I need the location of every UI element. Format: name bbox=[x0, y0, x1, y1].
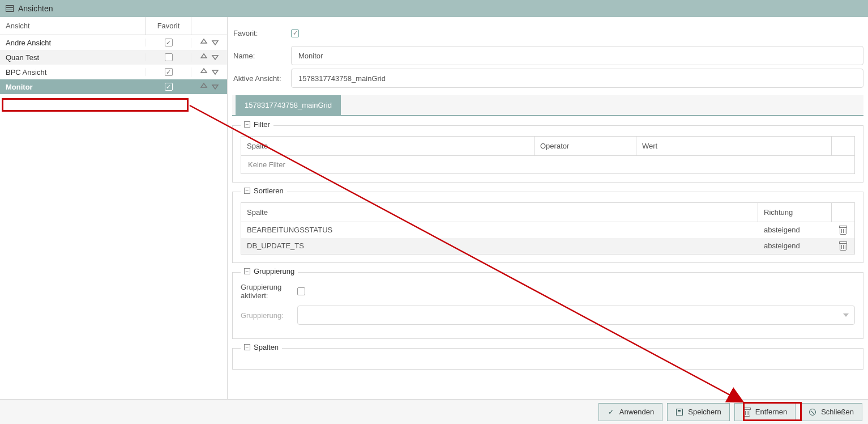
name-input[interactable] bbox=[291, 46, 863, 65]
group-field-label: Gruppierung: bbox=[241, 311, 297, 320]
columns-legend[interactable]: − Spalten bbox=[241, 343, 282, 351]
move-down-icon[interactable] bbox=[211, 38, 219, 48]
apply-button[interactable]: Anwenden bbox=[598, 403, 662, 421]
delete-icon[interactable] bbox=[839, 241, 847, 251]
collapse-icon: − bbox=[244, 121, 250, 128]
filter-table: Spalte Operator Wert Keine Filter bbox=[241, 136, 855, 174]
view-row[interactable]: Quan Test bbox=[0, 50, 227, 65]
tab-bar: 1578317743758_mainGrid bbox=[232, 95, 863, 116]
group-dropdown[interactable] bbox=[297, 306, 855, 325]
group-legend-text: Gruppierung bbox=[254, 267, 294, 275]
sort-table: Spalte Richtung BEARBEITUNGSSTATUS abste… bbox=[241, 202, 855, 255]
group-active-checkbox[interactable] bbox=[297, 287, 305, 295]
view-list-body: Andre Ansicht Quan Test bbox=[0, 35, 227, 94]
filter-header-op: Operator bbox=[535, 137, 636, 155]
columns-section: − Spalten bbox=[232, 348, 863, 370]
move-up-icon[interactable] bbox=[200, 53, 208, 62]
group-field-row: Gruppierung: bbox=[241, 306, 855, 325]
sort-dir: absteigend bbox=[758, 238, 832, 254]
filter-legend[interactable]: − Filter bbox=[241, 120, 273, 129]
sort-header-actions bbox=[832, 203, 854, 222]
save-button[interactable]: Speichern bbox=[667, 403, 730, 421]
save-icon bbox=[675, 408, 683, 416]
group-section: − Gruppierung Gruppierung aktiviert: Gru… bbox=[232, 272, 863, 339]
view-name: Monitor bbox=[0, 83, 146, 91]
header-name: Ansicht bbox=[0, 17, 146, 35]
sort-row: BEARBEITUNGSSTATUS absteigend bbox=[241, 222, 854, 238]
remove-button[interactable]: Entfernen bbox=[734, 403, 796, 421]
close-label: Schließen bbox=[821, 408, 854, 416]
filter-header-col: Spalte bbox=[241, 137, 535, 155]
fav-checkbox[interactable] bbox=[165, 68, 173, 76]
columns-legend-text: Spalten bbox=[254, 343, 279, 351]
fav-checkbox[interactable] bbox=[165, 53, 173, 61]
filter-section: − Filter Spalte Operator Wert Keine Filt… bbox=[232, 125, 863, 183]
active-view-field bbox=[291, 69, 863, 88]
sort-header-col: Spalte bbox=[241, 203, 758, 222]
view-list-header: Ansicht Favorit bbox=[0, 17, 227, 35]
collapse-icon: − bbox=[244, 344, 250, 350]
move-down-icon[interactable] bbox=[211, 82, 219, 92]
sort-legend-text: Sortieren bbox=[254, 186, 284, 195]
filter-header-val: Wert bbox=[636, 137, 832, 155]
filter-legend-text: Filter bbox=[254, 120, 270, 129]
trash-icon bbox=[743, 408, 751, 416]
header-fav: Favorit bbox=[146, 17, 191, 35]
view-row[interactable]: BPC Ansicht bbox=[0, 65, 227, 79]
collapse-icon: − bbox=[244, 268, 250, 274]
move-down-icon[interactable] bbox=[211, 67, 219, 77]
fav-label: Favorit: bbox=[232, 29, 291, 37]
save-label: Speichern bbox=[688, 408, 721, 416]
active-row: Aktive Ansicht: bbox=[232, 67, 863, 90]
group-active-row: Gruppierung aktiviert: bbox=[241, 283, 855, 300]
view-name: Quan Test bbox=[0, 53, 146, 62]
view-list-panel: Ansicht Favorit Andre Ansicht bbox=[0, 17, 228, 399]
move-up-icon[interactable] bbox=[200, 67, 208, 77]
check-icon bbox=[607, 408, 615, 416]
view-name: BPC Ansicht bbox=[0, 68, 146, 77]
sort-header-dir: Richtung bbox=[758, 203, 832, 222]
move-up-icon[interactable] bbox=[200, 38, 208, 48]
active-label: Aktive Ansicht: bbox=[232, 74, 291, 83]
group-active-label: Gruppierung aktiviert: bbox=[241, 283, 297, 300]
name-row: Name: bbox=[232, 44, 863, 67]
titlebar: Ansichten bbox=[0, 0, 868, 17]
sort-section: − Sortieren Spalte Richtung BEARBEITUNGS… bbox=[232, 192, 863, 263]
group-legend[interactable]: − Gruppierung bbox=[241, 267, 298, 275]
sort-dir: absteigend bbox=[758, 222, 832, 238]
detail-panel[interactable]: Favorit: Name: Aktive Ansicht: 157831774… bbox=[228, 17, 868, 399]
main-split: Ansicht Favorit Andre Ansicht bbox=[0, 17, 868, 399]
filter-empty-row: Keine Filter bbox=[241, 156, 854, 173]
window-title: Ansichten bbox=[18, 4, 53, 13]
sort-legend[interactable]: − Sortieren bbox=[241, 186, 287, 195]
sort-row: DB_UPDATE_TS absteigend bbox=[241, 238, 854, 254]
remove-label: Entfernen bbox=[755, 408, 787, 416]
fav-checkbox[interactable] bbox=[165, 83, 173, 91]
view-row[interactable]: Andre Ansicht bbox=[0, 35, 227, 50]
tab-maingrid[interactable]: 1578317743758_mainGrid bbox=[236, 95, 341, 115]
filter-header-actions bbox=[832, 137, 854, 155]
collapse-icon: − bbox=[244, 188, 250, 194]
footer: Anwenden Speichern Entfernen Schließen bbox=[0, 399, 868, 424]
views-icon bbox=[6, 5, 14, 12]
app-window: Ansichten Ansicht Favorit Andre Ansicht bbox=[0, 0, 868, 424]
apply-label: Anwenden bbox=[619, 408, 654, 416]
cancel-icon bbox=[809, 408, 816, 416]
view-row-selected[interactable]: Monitor bbox=[0, 79, 227, 94]
delete-icon[interactable] bbox=[839, 226, 847, 235]
close-button[interactable]: Schließen bbox=[800, 403, 862, 421]
sort-col: BEARBEITUNGSSTATUS bbox=[241, 222, 758, 238]
header-actions bbox=[191, 17, 227, 35]
chevron-down-icon bbox=[843, 313, 849, 317]
fav-checkbox-detail[interactable] bbox=[291, 29, 299, 37]
sort-col: DB_UPDATE_TS bbox=[241, 238, 758, 254]
name-label: Name: bbox=[232, 52, 291, 60]
move-down-icon[interactable] bbox=[211, 53, 219, 62]
fav-checkbox[interactable] bbox=[165, 39, 173, 46]
fav-row: Favorit: bbox=[232, 22, 863, 44]
move-up-icon[interactable] bbox=[200, 82, 208, 92]
view-name: Andre Ansicht bbox=[0, 39, 146, 47]
